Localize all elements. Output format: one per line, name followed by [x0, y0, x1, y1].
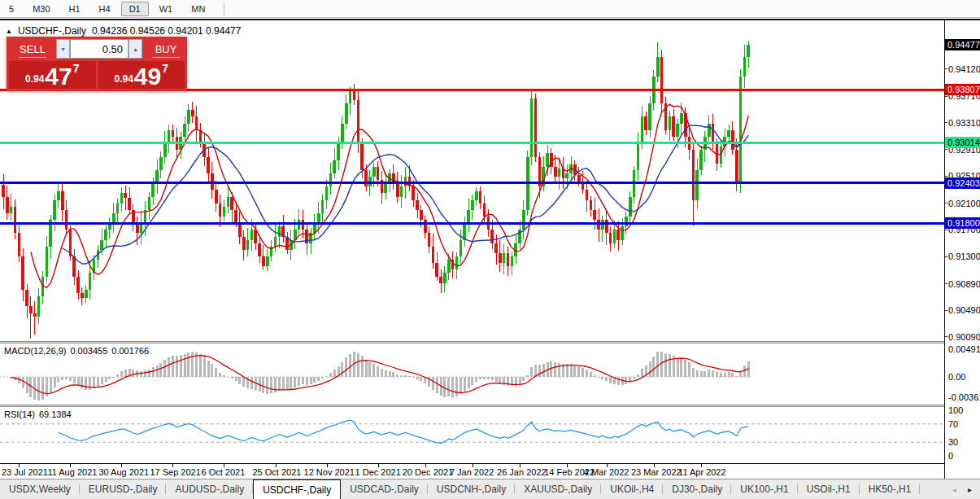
date-axis-label: 1 Dec 2021	[355, 467, 401, 477]
date-axis-label: 6 Oct 2021	[201, 467, 245, 477]
date-axis-label: 4 Mar 2022	[584, 467, 629, 477]
chart-symbol-label: USDCHF-,Daily	[18, 25, 86, 37]
macd-axis-tick-label: 0.004913	[948, 344, 980, 354]
sell-button[interactable]: SELL	[9, 39, 56, 59]
buy-button[interactable]: BUY	[142, 39, 189, 59]
tab-usdcad-daily[interactable]: USDCAD-,Daily	[341, 479, 428, 499]
tab-uk100-h1[interactable]: UK100-,H1	[731, 479, 797, 499]
macd-panel[interactable]: MACD(12,26,9) 0.003455 0.001766	[0, 344, 944, 405]
one-click-trade-panel: SELL ▼ ▲ BUY 0.94 47 7 0.94 49 7	[7, 37, 187, 91]
sell-price-big: 47	[45, 66, 72, 86]
rsi-axis-tick-label: 100	[948, 405, 963, 415]
rsi-axis-tick-label: 70	[948, 419, 958, 429]
price-axis-tick-mark	[945, 149, 947, 150]
price-axis-tick-label: 0.91300	[948, 252, 980, 261]
volume-input[interactable]	[70, 39, 128, 59]
price-axis-tick-label: 0.93310	[948, 118, 980, 128]
tab-audusd-daily[interactable]: AUDUSD-,Daily	[166, 479, 253, 499]
tab-usdx-weekly[interactable]: USDX,Weekly	[0, 479, 80, 499]
timeframe-button-w1[interactable]: W1	[151, 2, 181, 16]
chart-header: ▲ USDCHF-,Daily 0.94236 0.94526 0.94201 …	[6, 25, 241, 37]
date-axis-label: 11 Apr 2022	[678, 467, 726, 477]
tab-dj30-daily[interactable]: DJ30-,Daily	[663, 479, 731, 499]
symbol-tab-bar: USDX,WeeklyEURUSD-,DailyAUDUSD-,DailyUSD…	[0, 479, 980, 499]
price-axis-tick-label: 0.94120	[948, 64, 980, 74]
buy-price-big: 49	[134, 66, 161, 86]
level-price-tag: 0.91800	[945, 217, 980, 229]
price-axis-tick-mark	[945, 336, 947, 337]
timeframe-button-5[interactable]: 5	[1, 2, 22, 16]
price-axis-tick-label: 0.90890	[948, 279, 980, 289]
sell-price-prefix: 0.94	[25, 73, 44, 85]
price-axis-tick-mark	[945, 176, 947, 177]
buy-price-prefix: 0.94	[114, 73, 133, 85]
rsi-axis-tick-label: 30	[948, 437, 958, 447]
rsi-label: RSI(14)	[4, 409, 35, 419]
tab-ukoil-h4[interactable]: UKOil-,H4	[601, 479, 663, 499]
price-chart-panel[interactable]: ▲ USDCHF-,Daily 0.94236 0.94526 0.94201 …	[0, 20, 944, 341]
date-axis-label: 11 Aug 2021	[47, 467, 97, 477]
tab-scroll-left-icon[interactable]: ◂	[952, 485, 956, 494]
price-axis-tick-mark	[945, 68, 947, 69]
price-axis-tick-label: 0.92100	[948, 199, 980, 208]
buy-price-display[interactable]: 0.94 49 7	[98, 61, 185, 89]
price-axis-tick-mark	[945, 310, 947, 311]
rsi-value: 69.1384	[39, 409, 72, 419]
level-price-tag: 0.92403	[945, 177, 980, 189]
price-axis-tick-mark	[945, 256, 947, 257]
timeframe-button-d1[interactable]: D1	[121, 2, 149, 16]
price-axis-tick-mark	[945, 96, 947, 97]
level-price-tag: 0.93014	[945, 137, 980, 148]
macd-axis-tick-label: -0.00361	[948, 392, 980, 402]
tab-hk50-h1[interactable]: HK50-,H1	[860, 479, 921, 499]
macd-label: MACD(12,26,9)	[4, 346, 66, 356]
tab-scroll-arrows: ◂▸	[944, 479, 980, 499]
date-axis-label: 23 Mar 2022	[631, 467, 682, 477]
date-axis-label: 23 Jul 2021	[2, 467, 48, 477]
price-axis-tick-label: 0.90090	[948, 332, 980, 342]
toolbar-separator	[224, 2, 224, 15]
chart-ohlc-values: 0.94236 0.94526 0.94201 0.94477	[92, 25, 242, 37]
current-price-tag: 0.94477	[945, 39, 980, 50]
sell-price-sup: 7	[73, 62, 80, 75]
macd-signal-value: 0.001766	[111, 346, 149, 356]
timeframe-button-h4[interactable]: H4	[91, 2, 119, 16]
timeframe-button-h1[interactable]: H1	[61, 2, 89, 16]
timeframe-toolbar: 5M30H1H4D1W1MN	[0, 0, 980, 18]
tab-usdchf-daily[interactable]: USDCHF-,Daily	[253, 479, 341, 499]
price-axis[interactable]: 0.945200.941200.937100.933100.929100.925…	[944, 20, 980, 480]
price-axis-tick-mark	[945, 283, 947, 284]
rsi-chart-canvas[interactable]	[0, 407, 944, 463]
tab-scroll-right-icon[interactable]: ▸	[968, 485, 972, 494]
timeframe-button-m30[interactable]: M30	[24, 2, 58, 16]
macd-main-value: 0.003455	[70, 346, 107, 356]
price-axis-tick-mark	[945, 203, 947, 204]
macd-axis-tick-label: 0.00	[948, 372, 965, 382]
tab-xauusd-daily[interactable]: XAUUSD-,Daily	[515, 479, 601, 499]
sell-price-display[interactable]: 0.94 47 7	[9, 61, 96, 89]
volume-up-button[interactable]: ▲	[128, 39, 142, 59]
date-axis-label: 17 Sep 2021	[150, 467, 200, 477]
rsi-axis-tick-label: 0	[948, 451, 953, 461]
tab-usoil-h1[interactable]: USOil-,H1	[798, 479, 860, 499]
date-axis-label: 30 Aug 2021	[98, 467, 149, 477]
timeframe-button-mn[interactable]: MN	[183, 2, 213, 16]
buy-price-sup: 7	[162, 62, 168, 75]
volume-down-button[interactable]: ▼	[56, 39, 70, 59]
date-axis-label: 25 Oct 2021	[253, 467, 302, 477]
tab-usdcnh-daily[interactable]: USDCNH-,Daily	[428, 479, 515, 499]
date-axis-label: 26 Jan 2022	[497, 467, 547, 477]
date-axis-label: 20 Dec 2021	[403, 467, 453, 477]
date-axis-label: 7 Jan 2022	[450, 467, 494, 477]
chart-window: ▲ USDCHF-,Daily 0.94236 0.94526 0.94201 …	[0, 19, 980, 479]
rsi-label-row: RSI(14) 69.1384	[4, 409, 72, 419]
date-axis-label: 12 Nov 2021	[304, 467, 355, 477]
level-price-tag: 0.93807	[945, 84, 980, 95]
date-axis[interactable]: 23 Jul 202111 Aug 202130 Aug 202117 Sep …	[0, 463, 944, 480]
price-axis-tick-mark	[945, 122, 947, 123]
tab-eurusd-daily[interactable]: EURUSD-,Daily	[80, 479, 167, 499]
macd-label-row: MACD(12,26,9) 0.003455 0.001766	[4, 346, 149, 356]
price-axis-tick-mark	[945, 230, 947, 230]
rsi-panel[interactable]: RSI(14) 69.1384	[0, 407, 944, 463]
collapse-triangle-icon[interactable]: ▲	[6, 28, 12, 35]
